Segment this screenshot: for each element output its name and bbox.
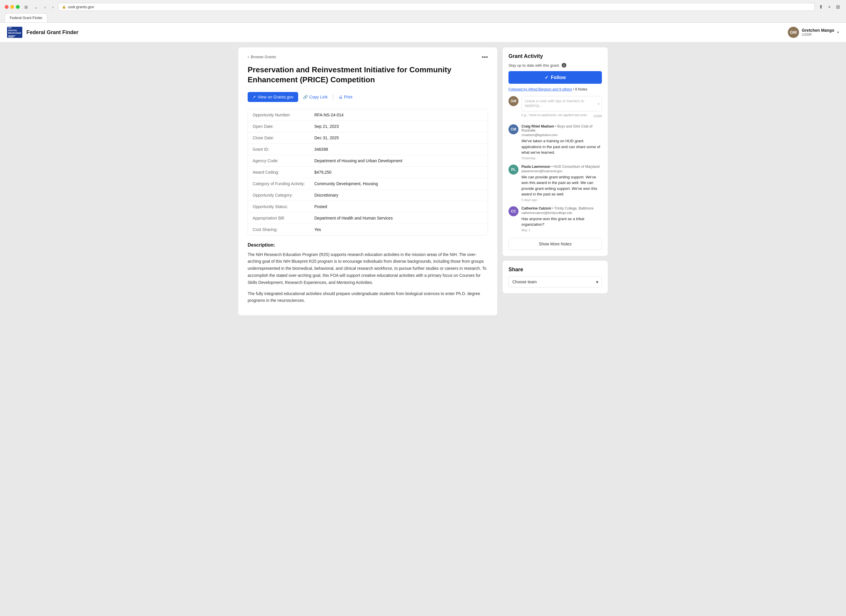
commenter-name: Craig Rhiel Madsen [521,124,554,128]
detail-value: Yes [314,227,321,232]
commenter-org: • Trinity College, Baltimore [552,206,594,210]
comment-item: CC Catherine Calzoni • Trinity College, … [508,206,602,232]
followers-line: Followed by Alfred Bergson and 9 others … [508,87,602,91]
browser-actions: ⬆ + ⊞ [818,3,841,10]
comment-text: We can provide grant writing support. We… [521,174,602,197]
share-btn[interactable]: ⬆ [818,3,824,10]
separator: | [332,94,334,100]
lock-icon: 🔒 [62,5,66,9]
comment-text: Has anyone won this grant as a tribal or… [521,216,602,228]
copy-link-btn[interactable]: 🔗 Copy Link [303,95,328,99]
comments-container: CM Craig Rhiel Madsen • Boys and Girls C… [508,124,602,232]
user-dropdown-arrow[interactable]: ▾ [837,30,839,34]
browser-chrome: ⊞ ⌄ ‹ › 🔒 usdr.grants.gov ⬆ + ⊞ Federal … [0,0,846,23]
comment-text: We've taken a training on HUD grant appl… [521,138,602,156]
description-section: Description: The NIH Research Education … [248,243,488,304]
commenter-avatar: CM [508,124,518,134]
detail-value: Sep 21, 2023 [314,124,339,129]
view-on-grants-btn[interactable]: ↗ View on Grants.gov [248,92,298,102]
team-select[interactable]: Choose team [508,276,602,287]
comment-time: Yesterday [521,156,602,160]
commenter-avatar: CC [508,206,518,216]
url-text: usdr.grants.gov [68,5,94,9]
comment-header: Craig Rhiel Madsen • Boys and Girls Club… [521,124,602,132]
action-buttons: ↗ View on Grants.gov 🔗 Copy Link | 🖨 Pri… [248,92,488,102]
grant-details-table: Opportunity Number: RFA-NS-24-014 Open D… [248,109,488,235]
detail-value: Department of Health and Human Services [314,216,393,221]
print-icon: 🖨 [338,95,342,99]
tabs-btn[interactable]: ⊞ [834,3,841,10]
detail-value: RFA-NS-24-014 [314,113,344,117]
header-left: USDIGITALRESPONSE Federal Grant Finder [7,27,78,38]
send-note-btn[interactable]: › [598,101,599,106]
logo: USDIGITALRESPONSE [7,27,22,38]
notes-count: 8 Notes [575,87,587,91]
table-row: Grant ID: 346398 [248,144,488,155]
activity-card: Grant Activity Stay up to date with this… [502,47,608,256]
new-tab-btn[interactable]: + [827,4,832,10]
back-btn[interactable]: ‹ [43,4,48,10]
detail-label: Close Date: [253,135,314,140]
maximize-window-btn[interactable] [16,5,20,9]
header-right: GM Gretchen Mango USDR ▾ [788,27,839,38]
minimize-window-btn[interactable] [10,5,14,9]
detail-value: Dec 31, 2025 [314,135,339,140]
avatar: GM [788,27,799,38]
comment-item: CM Craig Rhiel Madsen • Boys and Girls C… [508,124,602,160]
comment-body: Catherine Calzoni • Trinity College, Bal… [521,206,602,232]
comment-item: PL Paula Lawrenson • HUD Consortium of M… [508,165,602,201]
close-window-btn[interactable] [5,5,9,9]
note-input-wrapper: › [521,96,602,112]
detail-label: Open Date: [253,124,314,129]
comment-time: 5 days ago [521,198,602,201]
description-title: Description: [248,243,488,248]
commenter-name: Paula Lawrenson [521,165,551,169]
address-bar[interactable]: 🔒 usdr.grants.gov [58,3,814,11]
user-info: Gretchen Mango USDR [802,28,834,37]
check-icon: ✓ [545,75,548,80]
comment-header: Paula Lawrenson • HUD Consortium of Mary… [521,165,602,169]
print-btn[interactable]: 🖨 Print [338,95,352,99]
commenter-avatar: PL [508,165,518,175]
detail-value: Posted [314,204,327,209]
commenter-email: catherinecalzoni@trinitycollege.edu [521,211,602,215]
detail-label: Category of Funding Activity: [253,181,314,186]
comment-body: Paula Lawrenson • HUD Consortium of Mary… [521,165,602,201]
user-org: USDR [802,32,834,37]
show-more-notes-btn[interactable]: Show More Notes [508,238,602,250]
detail-label: Appropriation Bill: [253,216,314,221]
commenter-name: Catherine Calzoni [521,206,551,210]
table-row: Agency Code: Department of Housing and U… [248,155,488,167]
logo-text: USDIGITALRESPONSE [8,27,21,34]
sidebar-toggle-btn[interactable]: ⊞ [23,4,30,10]
window-controls[interactable] [5,5,20,9]
active-tab[interactable]: Federal Grant Finder [5,13,47,22]
note-input[interactable] [524,99,599,107]
char-count: 0/300 [594,114,602,121]
follow-btn[interactable]: ✓ Follow [508,71,602,84]
main-content: ‹ Browse Grants ••• Preservation and Rei… [232,42,614,320]
table-row: Opportunity Category: Discretionary [248,190,488,201]
sidebar-expand-btn[interactable]: ⌄ [32,4,40,10]
detail-value: $479,250 [314,170,331,175]
breadcrumb[interactable]: ‹ Browse Grants [248,54,276,59]
table-row: Opportunity Number: RFA-NS-24-014 [248,109,488,121]
table-row: Appropriation Bill: Department of Health… [248,213,488,224]
grant-title: Preservation and Reinvestment Initiative… [248,65,488,85]
followers-link[interactable]: Followed by Alfred Bergson and 9 others [508,87,572,91]
stay-updated-text: Stay up to date with this grant. i [508,63,602,68]
description-p1: The NIH Research Education Program (R25)… [248,251,488,286]
detail-label: Cost Sharing: [253,227,314,232]
detail-value: Community Development, Housing [314,181,378,186]
user-name: Gretchen Mango [802,28,834,32]
forward-btn[interactable]: › [50,4,56,10]
commenter-email: cmadsen@bgclubnv.com [521,133,602,137]
detail-value: Discretionary [314,193,338,197]
detail-label: Agency Code: [253,159,314,163]
table-row: Open Date: Sep 21, 2023 [248,121,488,132]
detail-value: Department of Housing and Urban Developm… [314,159,402,163]
share-card: Share Choose team ▾ [502,260,608,294]
detail-label: Opportunity Number: [253,113,314,117]
more-menu-btn[interactable]: ••• [482,54,488,60]
description-p2: The fully integrated educational activit… [248,290,488,304]
